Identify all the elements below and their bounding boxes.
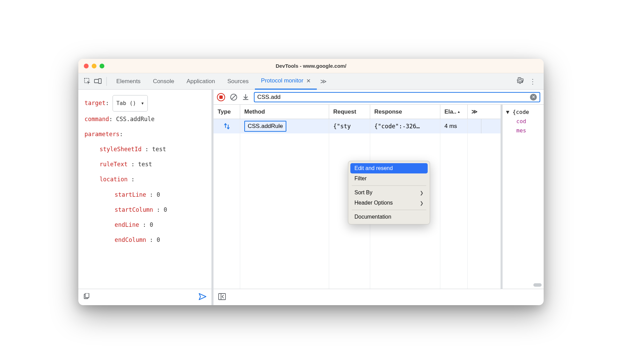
maximize-window-button[interactable] bbox=[100, 64, 104, 68]
cm-edit-resend[interactable]: Edit and resend bbox=[350, 163, 428, 173]
table-row[interactable]: CSS.addRule {"sty {"code":-326… 4 ms bbox=[213, 119, 501, 133]
scrollbar-thumb[interactable] bbox=[533, 283, 542, 287]
command-editor-pane: target: Tab () ▾ command: CSS.addRule pa… bbox=[78, 90, 213, 305]
body-area: target: Tab () ▾ command: CSS.addRule pa… bbox=[78, 90, 544, 305]
tab-application[interactable]: Application bbox=[180, 73, 221, 90]
chevron-down-icon: ▾ bbox=[141, 96, 144, 110]
window-title: DevTools - www.google.com/ bbox=[78, 63, 544, 69]
clear-filter-icon[interactable]: ✕ bbox=[530, 94, 537, 101]
tab-sources[interactable]: Sources bbox=[221, 73, 255, 90]
cell-type bbox=[213, 119, 240, 133]
copy-icon[interactable] bbox=[83, 293, 90, 301]
target-label: target bbox=[85, 100, 105, 106]
col-more[interactable]: ≫ bbox=[468, 105, 481, 119]
column-headers: Type Method Request Response Ela..▲ ≫ bbox=[213, 105, 501, 119]
separator bbox=[106, 77, 107, 86]
tab-elements[interactable]: Elements bbox=[110, 73, 147, 90]
sort-asc-icon: ▲ bbox=[457, 110, 461, 114]
device-toggle-icon[interactable] bbox=[93, 76, 103, 87]
cm-sort-by[interactable]: Sort By❯ bbox=[350, 187, 428, 198]
cell-elapsed: 4 ms bbox=[440, 119, 468, 133]
target-value: Tab () bbox=[116, 96, 136, 110]
cm-filter[interactable]: Filter bbox=[350, 173, 428, 184]
cell-response: {"code":-326… bbox=[370, 119, 440, 133]
tabbar: Elements Console Application Sources Pro… bbox=[78, 73, 544, 90]
col-response[interactable]: Response bbox=[370, 105, 440, 119]
settings-icon[interactable] bbox=[514, 77, 526, 86]
svg-line-6 bbox=[232, 95, 236, 99]
cm-separator bbox=[352, 185, 426, 186]
updown-arrows-icon bbox=[224, 123, 230, 130]
svg-rect-4 bbox=[85, 293, 89, 298]
col-type[interactable]: Type bbox=[213, 105, 240, 119]
filter-input[interactable] bbox=[257, 94, 530, 101]
devtools-window: DevTools - www.google.com/ Elements Cons… bbox=[78, 59, 544, 305]
record-button[interactable] bbox=[217, 93, 225, 101]
more-tabs-icon[interactable]: ≫ bbox=[317, 78, 330, 85]
chevron-right-icon: ❯ bbox=[420, 200, 424, 206]
context-menu: Edit and resend Filter Sort By❯ Header O… bbox=[348, 161, 430, 224]
command-editor-content[interactable]: target: Tab () ▾ command: CSS.addRule pa… bbox=[78, 90, 211, 289]
cell-more bbox=[468, 119, 481, 133]
toggle-panel-icon[interactable] bbox=[218, 293, 226, 301]
cell-request: {"sty bbox=[329, 119, 370, 133]
download-icon[interactable] bbox=[242, 94, 249, 101]
target-select[interactable]: Tab () ▾ bbox=[113, 95, 148, 112]
cell-method: CSS.addRule bbox=[240, 119, 329, 133]
send-button[interactable] bbox=[198, 293, 207, 302]
traffic-lights bbox=[84, 64, 104, 68]
filter-box[interactable]: ✕ bbox=[254, 92, 540, 102]
command-label: command bbox=[85, 116, 109, 122]
inspect-element-icon[interactable] bbox=[82, 76, 93, 87]
close-tab-icon[interactable]: ✕ bbox=[306, 78, 311, 84]
command-value: CSS.addRule bbox=[116, 116, 155, 122]
left-pane-footer bbox=[78, 289, 211, 305]
tab-protocol-monitor[interactable]: Protocol monitor ✕ bbox=[255, 73, 317, 90]
col-request[interactable]: Request bbox=[329, 105, 370, 119]
titlebar: DevTools - www.google.com/ bbox=[78, 59, 544, 73]
col-elapsed[interactable]: Ela..▲ bbox=[440, 105, 468, 119]
chevron-right-icon: ❯ bbox=[420, 190, 424, 195]
details-pane[interactable]: ▼ {code cod mes bbox=[503, 105, 544, 289]
more-menu-icon[interactable]: ⋮ bbox=[526, 77, 540, 86]
clear-icon[interactable] bbox=[230, 93, 237, 101]
col-method[interactable]: Method bbox=[240, 105, 329, 119]
cm-header-options[interactable]: Header Options❯ bbox=[350, 198, 428, 208]
tab-console[interactable]: Console bbox=[147, 73, 180, 90]
parameters-label: parameters bbox=[85, 131, 119, 138]
details-line: ▼ {code bbox=[506, 107, 540, 117]
cm-documentation[interactable]: Documentation bbox=[350, 212, 428, 222]
log-toolbar: ✕ bbox=[213, 90, 544, 105]
cm-separator bbox=[352, 210, 426, 210]
minimize-window-button[interactable] bbox=[92, 64, 96, 68]
close-window-button[interactable] bbox=[84, 64, 89, 68]
right-pane-footer bbox=[213, 289, 544, 305]
svg-rect-2 bbox=[99, 79, 101, 83]
